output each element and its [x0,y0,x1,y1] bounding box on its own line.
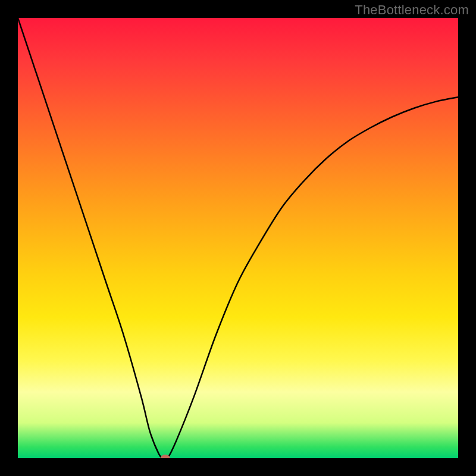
bottleneck-curve-path [18,18,458,458]
curve-svg [18,18,458,458]
watermark-text: TheBottleneck.com [355,2,469,18]
chart-frame: TheBottleneck.com [0,0,476,476]
plot-area [18,18,458,458]
